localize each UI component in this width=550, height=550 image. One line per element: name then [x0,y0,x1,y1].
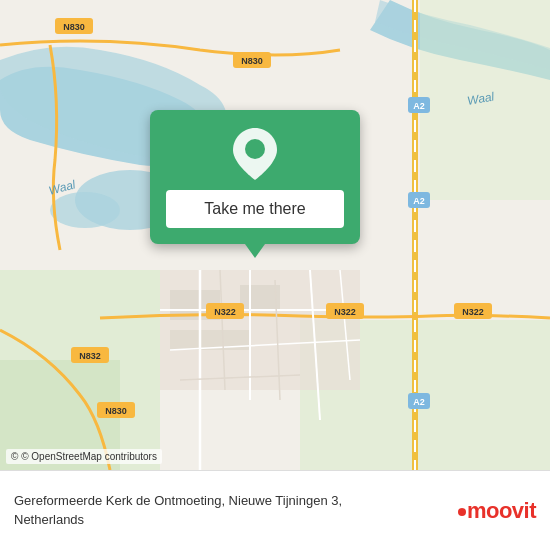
svg-text:N830: N830 [63,22,85,32]
svg-text:N322: N322 [334,307,356,317]
osm-text: © OpenStreetMap contributors [21,451,157,462]
location-name: Gereformeerde Kerk de Ontmoeting, Nieuwe… [14,493,342,526]
svg-rect-9 [240,285,280,310]
svg-text:N830: N830 [241,56,263,66]
svg-text:A2: A2 [413,196,425,206]
svg-text:A2: A2 [413,101,425,111]
svg-text:N832: N832 [79,351,101,361]
moovit-logo: moovit [458,498,536,524]
svg-text:N322: N322 [462,307,484,317]
moovit-logo-text: moovit [458,498,536,524]
map-area: N830 N830 N830 N322 N322 N322 N832 A2 A2… [0,0,550,470]
map-popup: Take me there [150,110,360,244]
copyright-symbol: © [11,451,18,462]
location-info: Gereformeerde Kerk de Ontmoeting, Nieuwe… [14,492,384,528]
osm-attribution: © © OpenStreetMap contributors [6,449,162,464]
svg-point-2 [50,192,120,228]
svg-text:A2: A2 [413,397,425,407]
bottom-bar: Gereformeerde Kerk de Ontmoeting, Nieuwe… [0,470,550,550]
take-me-there-button[interactable]: Take me there [166,190,344,228]
svg-point-44 [245,139,265,159]
moovit-dot [458,508,466,516]
svg-text:N830: N830 [105,406,127,416]
svg-text:N322: N322 [214,307,236,317]
location-pin-icon [233,128,277,180]
